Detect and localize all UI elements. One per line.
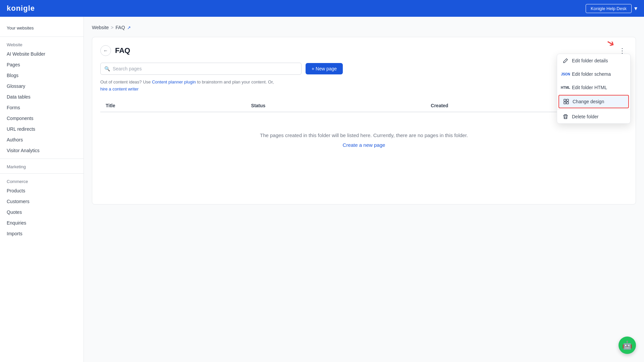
empty-state: The pages created in this folder will be… — [100, 112, 628, 158]
sidebar-item-glossary[interactable]: Glossary — [0, 81, 84, 92]
topnav-chevron-icon[interactable]: ▾ — [634, 5, 637, 12]
sidebar-item-imports[interactable]: Imports — [0, 228, 84, 239]
col-status: Status — [246, 100, 426, 112]
edit-icon — [562, 58, 569, 64]
create-new-page-link[interactable]: Create a new page — [343, 142, 385, 148]
sidebar-item-components[interactable]: Components — [0, 113, 84, 124]
content-card: ← FAQ ⋮ 🔍 + New page Out of content idea… — [92, 37, 636, 204]
topnav-right: Konigle Help Desk ▾ — [586, 4, 637, 13]
dropdown-change-design[interactable]: Change design — [558, 95, 629, 108]
dropdown-menu: Edit folder details JSON Edit folder sch… — [557, 54, 631, 124]
sidebar-item-products[interactable]: Products — [0, 185, 84, 196]
sidebar-item-pages[interactable]: Pages — [0, 59, 84, 70]
sidebar-item-visitor-analytics[interactable]: Visitor Analytics — [0, 145, 84, 156]
sidebar-item-quotes[interactable]: Quotes — [0, 207, 84, 218]
content-planner-link[interactable]: Content planner plugin — [152, 79, 196, 84]
breadcrumb-current: FAQ — [116, 25, 125, 30]
bot-fab-button[interactable]: 🤖 — [619, 337, 636, 354]
help-desk-button[interactable]: Konigle Help Desk — [586, 4, 632, 13]
search-input-wrap: 🔍 — [100, 63, 302, 75]
svg-rect-0 — [564, 99, 566, 101]
sidebar-item-forms[interactable]: Forms — [0, 102, 84, 113]
search-icon: 🔍 — [104, 66, 110, 71]
top-navigation: konigle Konigle Help Desk ▾ — [0, 0, 644, 17]
dropdown-edit-folder-html[interactable]: HTML Edit folder HTML — [557, 81, 630, 94]
dropdown-delete-folder[interactable]: Delete folder — [557, 110, 630, 123]
website-section-label: Website — [0, 40, 84, 49]
trash-icon — [562, 114, 569, 120]
svg-rect-2 — [564, 102, 566, 104]
your-websites-label: Your websites — [0, 22, 84, 34]
folder-title: FAQ — [115, 46, 130, 55]
new-page-button[interactable]: + New page — [306, 63, 343, 74]
sidebar-item-enquiries[interactable]: Enquiries — [0, 218, 84, 228]
table-body: The pages created in this folder will be… — [100, 112, 628, 158]
logo: konigle — [7, 4, 35, 13]
search-row: 🔍 + New page — [100, 63, 628, 75]
sidebar-divider-3 — [0, 173, 84, 174]
content-hint: Out of content ideas? Use Content planne… — [100, 79, 628, 93]
external-link-icon[interactable]: ↗ — [127, 25, 131, 30]
breadcrumb-website[interactable]: Website — [92, 25, 109, 30]
dropdown-divider — [557, 109, 630, 109]
search-input[interactable] — [100, 63, 302, 75]
breadcrumb-separator: > — [111, 25, 113, 30]
sidebar-item-url-redirects[interactable]: URL redirects — [0, 124, 84, 134]
svg-rect-1 — [567, 99, 569, 101]
bot-icon: 🤖 — [622, 341, 632, 350]
pages-table: Title Status Created The pages created i… — [100, 100, 628, 158]
sidebar-item-customers[interactable]: Customers — [0, 196, 84, 207]
hire-writer-link[interactable]: hire a content writer — [100, 86, 139, 92]
sidebar-item-ai-website-builder[interactable]: AI Website Builder — [0, 49, 84, 59]
main-layout: Your websites Website AI Website Builder… — [0, 17, 644, 362]
folder-title-row: ← FAQ — [100, 45, 130, 56]
json-icon: JSON — [562, 71, 569, 77]
sidebar: Your websites Website AI Website Builder… — [0, 17, 84, 362]
design-icon — [563, 99, 569, 105]
breadcrumb: Website > FAQ ↗ — [92, 25, 636, 30]
table-header: Title Status Created — [100, 100, 628, 112]
empty-state-text: The pages created in this folder will be… — [107, 132, 621, 138]
sidebar-divider-2 — [0, 159, 84, 159]
sidebar-item-data-tables[interactable]: Data tables — [0, 92, 84, 102]
back-button[interactable]: ← — [100, 45, 111, 56]
commerce-section-label: Commerce — [0, 176, 84, 185]
sidebar-item-authors[interactable]: Authors — [0, 134, 84, 145]
folder-header: ← FAQ ⋮ — [100, 45, 628, 56]
html-icon: HTML — [562, 84, 569, 90]
sidebar-divider-1 — [0, 37, 84, 37]
dropdown-edit-folder-schema[interactable]: JSON Edit folder schema — [557, 67, 630, 81]
svg-rect-3 — [567, 102, 569, 104]
col-title: Title — [100, 100, 246, 112]
marketing-section-label: Marketing — [0, 162, 84, 171]
dropdown-edit-folder-details[interactable]: Edit folder details — [557, 54, 630, 67]
sidebar-item-blogs[interactable]: Blogs — [0, 70, 84, 81]
